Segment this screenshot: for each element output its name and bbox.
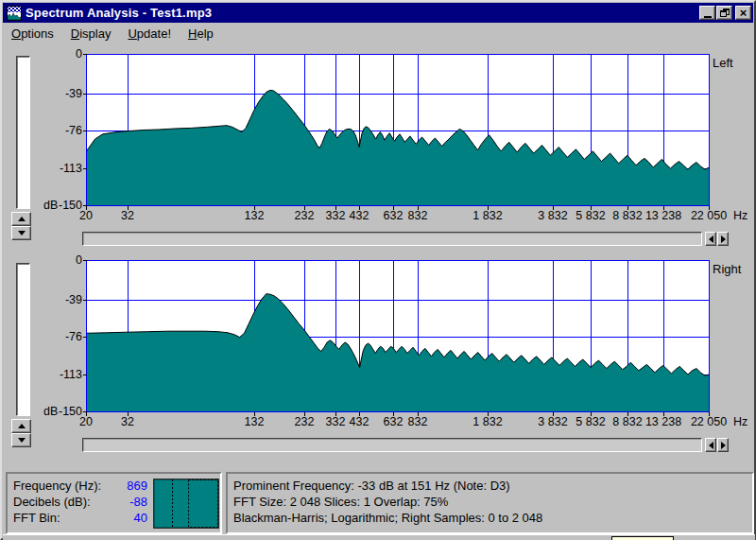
minimize-button[interactable] <box>699 6 715 20</box>
menu-options[interactable]: Options <box>11 26 54 41</box>
x-tick-label: 632 <box>365 415 421 428</box>
menu-bar: OptionsDisplayUpdate!Help <box>3 23 753 44</box>
y-axis-unit-label: dB <box>43 199 58 212</box>
title-bar[interactable]: Spectrum Analysis - Test1.mp3 × <box>3 3 753 23</box>
minimize-icon <box>704 16 712 18</box>
right-arrow-icon <box>721 442 726 449</box>
frequency-value: 869 <box>96 479 147 493</box>
y-tick-label: -150 <box>38 405 82 418</box>
window-title: Spectrum Analysis - Test1.mp3 <box>26 6 212 20</box>
overview-thumbnail[interactable] <box>153 479 219 529</box>
x-tick-label: 8 832 <box>599 209 656 222</box>
prominent-frequency-line: Prominent Frequency: -33 dB at 151 Hz (N… <box>233 479 510 493</box>
x-tick-label: 332 <box>307 415 364 428</box>
y-axis-unit-label: dB <box>43 405 58 418</box>
y-tick-label: -39 <box>38 293 82 306</box>
x-tick-label: 13 238 <box>635 415 692 428</box>
x-tick-label: 232 <box>276 209 333 222</box>
x-tick-label: 832 <box>389 209 446 222</box>
x-axis-unit-label: Hz <box>733 209 747 222</box>
x-tick-label: 632 <box>365 209 421 222</box>
x-tick-label: 22 050 <box>680 209 737 222</box>
x-tick-label: 5 832 <box>562 415 619 428</box>
y-tick-label: -39 <box>38 87 82 100</box>
scroll-left-button-bottom[interactable] <box>705 438 716 452</box>
x-tick-label: 432 <box>331 209 387 222</box>
left-arrow-icon <box>709 235 713 243</box>
up-arrow-icon <box>18 217 26 221</box>
x-tick-label: 8 832 <box>599 415 656 428</box>
x-tick-label: 132 <box>226 415 283 428</box>
x-tick-label: 20 <box>58 415 114 428</box>
scroll-right-button-top[interactable] <box>717 232 729 246</box>
x-tick-label: 3 832 <box>524 415 581 428</box>
slider-up-button-right[interactable] <box>11 419 31 433</box>
horizontal-scrollbar-track-left[interactable] <box>82 232 702 246</box>
y-tick-label: -150 <box>38 199 82 212</box>
app-window: Spectrum Analysis - Test1.mp3 × OptionsD… <box>0 0 756 540</box>
vertical-slider-track-right[interactable] <box>16 263 30 416</box>
channel-label-left: Left <box>713 56 733 70</box>
down-arrow-icon <box>18 438 26 443</box>
y-tick-label: 0 <box>38 47 82 61</box>
frequency-label: Frequency (Hz): <box>13 479 101 493</box>
x-tick-label: 22 050 <box>680 415 737 428</box>
slider-up-button-left[interactable] <box>11 212 31 226</box>
decibels-value: -88 <box>96 495 147 509</box>
decibels-label: Decibels (dB): <box>13 495 91 509</box>
spectrum-plot-left[interactable] <box>82 54 710 210</box>
restore-icon <box>720 9 730 17</box>
x-tick-label: 232 <box>276 415 333 428</box>
fft-bin-label: FFT Bin: <box>13 511 60 525</box>
slider-down-button-left[interactable] <box>11 226 31 240</box>
channel-label-right: Right <box>713 262 741 276</box>
x-tick-label: 832 <box>389 415 446 428</box>
x-tick-label: 332 <box>307 209 364 222</box>
x-tick-label: 13 238 <box>635 209 692 222</box>
x-tick-label: 132 <box>226 209 283 222</box>
restore-button[interactable] <box>716 6 732 20</box>
window-controls: × <box>699 6 751 20</box>
up-arrow-icon <box>18 424 26 428</box>
y-tick-label: -76 <box>38 124 82 137</box>
menu-help[interactable]: Help <box>188 26 214 41</box>
left-arrow-icon <box>709 442 713 449</box>
y-tick-label: 0 <box>38 253 82 267</box>
close-icon: × <box>740 7 747 19</box>
x-tick-label: 1 832 <box>459 209 516 222</box>
y-tick-label: -113 <box>38 162 82 175</box>
close-button[interactable]: × <box>735 6 751 20</box>
x-tick-label: 20 <box>58 209 114 222</box>
scroll-left-button-top[interactable] <box>705 232 716 246</box>
right-arrow-icon <box>721 235 726 243</box>
x-tick-label: 32 <box>99 415 156 428</box>
fft-bin-value: 40 <box>96 511 147 525</box>
y-tick-label: -76 <box>38 330 82 343</box>
x-axis-unit-label: Hz <box>733 415 747 428</box>
vertical-slider-track-left[interactable] <box>16 56 30 209</box>
slider-down-button-right[interactable] <box>11 433 31 447</box>
y-tick-label: -113 <box>38 368 82 381</box>
down-arrow-icon <box>18 231 26 235</box>
scroll-right-button-bottom[interactable] <box>717 438 729 452</box>
menu-update[interactable]: Update! <box>128 26 171 41</box>
window-settings-line: Blackman-Harris; Logarithmic; Right Samp… <box>233 511 542 525</box>
app-icon <box>7 6 22 21</box>
x-tick-label: 32 <box>99 209 156 222</box>
x-tick-label: 5 832 <box>562 209 619 222</box>
x-tick-label: 1 832 <box>459 415 516 428</box>
x-tick-label: 3 832 <box>524 209 581 222</box>
tooltip-sliver <box>611 536 674 540</box>
horizontal-scrollbar-track-right[interactable] <box>82 438 702 452</box>
menu-display[interactable]: Display <box>71 26 112 41</box>
x-tick-label: 432 <box>331 415 387 428</box>
analysis-info-panel: Prominent Frequency: -33 dB at 151 Hz (N… <box>226 472 754 534</box>
spectrum-plot-right[interactable] <box>82 260 710 416</box>
fft-size-line: FFT Size: 2 048 Slices: 1 Overlap: 75% <box>233 495 448 509</box>
